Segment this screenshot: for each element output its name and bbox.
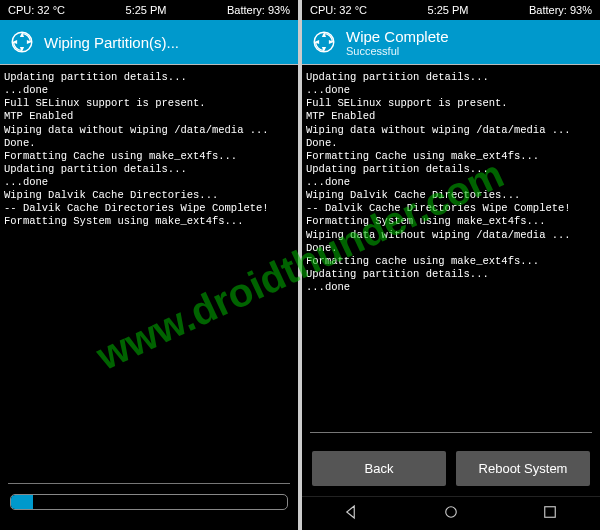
progress-area (0, 494, 298, 530)
divider (310, 432, 592, 433)
statusbar: CPU: 32 °C 5:25 PM Battery: 93% (302, 0, 600, 20)
status-cpu: CPU: 32 °C (310, 4, 367, 16)
phone-right-complete: CPU: 32 °C 5:25 PM Battery: 93% Wipe Com… (302, 0, 600, 530)
status-time: 5:25 PM (428, 4, 469, 16)
nav-back-icon[interactable] (343, 503, 361, 525)
page-title: Wipe Complete (346, 28, 449, 45)
status-battery: Battery: 93% (529, 4, 592, 16)
header: Wiping Partition(s)... (0, 20, 298, 64)
statusbar: CPU: 32 °C 5:25 PM Battery: 93% (0, 0, 298, 20)
terminal-output: Updating partition details... ...done Fu… (302, 65, 600, 432)
status-battery: Battery: 93% (227, 4, 290, 16)
divider (8, 483, 290, 484)
nav-home-icon[interactable] (442, 503, 460, 525)
svg-rect-3 (545, 506, 556, 517)
terminal-output: Updating partition details... ...done Fu… (0, 65, 298, 483)
status-cpu: CPU: 32 °C (8, 4, 65, 16)
android-navbar (302, 496, 600, 530)
page-subtitle: Successful (346, 45, 449, 57)
twrp-logo-icon (310, 28, 338, 56)
svg-point-2 (446, 506, 457, 517)
status-time: 5:25 PM (126, 4, 167, 16)
phone-left-wiping: CPU: 32 °C 5:25 PM Battery: 93% Wiping P… (0, 0, 298, 530)
page-title: Wiping Partition(s)... (44, 34, 179, 51)
button-row: Back Reboot System (302, 443, 600, 496)
back-button[interactable]: Back (312, 451, 446, 486)
nav-recent-icon[interactable] (541, 503, 559, 525)
progress-bar (10, 494, 288, 510)
twrp-logo-icon (8, 28, 36, 56)
header: Wipe Complete Successful (302, 20, 600, 64)
reboot-system-button[interactable]: Reboot System (456, 451, 590, 486)
